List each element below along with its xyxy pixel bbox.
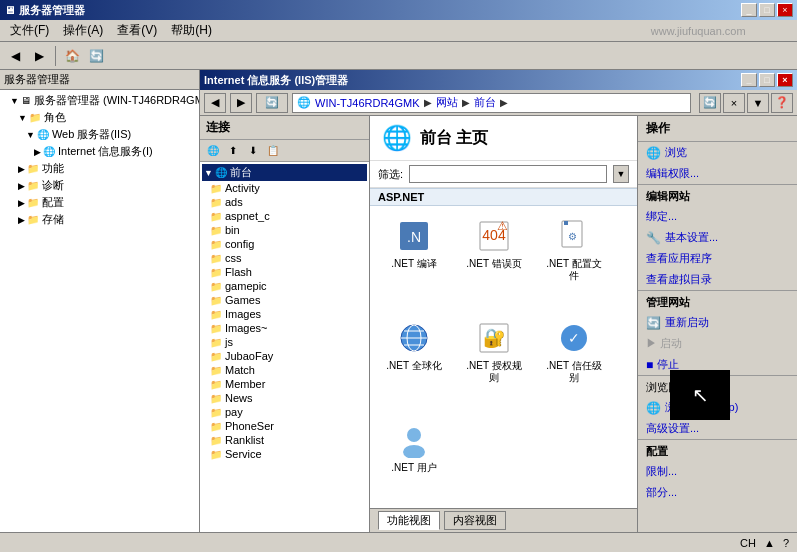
conn-tree-gamepic[interactable]: 📁 gamepic [202,279,367,293]
icon-net-auth[interactable]: 🔐 .NET 授权规则 [458,316,530,410]
action-section-link-label: 部分... [646,485,677,500]
iis-icon: 🌐 [43,146,55,157]
icon-net-compile[interactable]: .N .NET 编译 [378,214,450,308]
action-view-apps[interactable]: 查看应用程序 [638,248,797,269]
conn-tree-games[interactable]: 📁 Games [202,293,367,307]
conn-tree-ranklist[interactable]: 📁 Ranklist [202,433,367,447]
iis-controls[interactable]: _ □ × [741,73,793,87]
iis-close[interactable]: × [777,73,793,87]
action-browse[interactable]: 🌐 浏览 [638,142,797,163]
iis-title-text: Internet 信息服务 (IIS)管理器 [204,73,348,88]
forward-button[interactable]: ▶ [28,45,50,67]
tree-label-roles: 角色 [44,110,66,125]
conn-btn-2[interactable]: ⬆ [224,142,242,160]
addr-btn-3[interactable]: ▼ [747,93,769,113]
conn-tree-css[interactable]: 📁 css [202,251,367,265]
conn-tree-match[interactable]: 📁 Match [202,363,367,377]
breadcrumb-part3[interactable]: 前台 [474,95,496,110]
menu-help[interactable]: 帮助(H) [165,20,218,41]
iis-minimize[interactable]: _ [741,73,757,87]
tree-item-diagnostics[interactable]: ▶ 📁 诊断 [2,177,197,194]
minimize-button[interactable]: _ [741,3,757,17]
browse-80-icon: 🌐 [646,401,661,415]
addr-btn-1[interactable]: 🔄 [699,93,721,113]
folder-icon-aspnet: 📁 [210,211,222,222]
action-limits-label: 限制... [646,464,677,479]
icon-net-config[interactable]: ⚙ .NET 配置文件 [538,214,610,308]
addr-back-button[interactable]: ◀ [204,93,226,113]
conn-tree-activity[interactable]: 📁 Activity [202,181,367,195]
conn-btn-1[interactable]: 🌐 [204,142,222,160]
close-button[interactable]: × [777,3,793,17]
tree-item-features[interactable]: ▶ 📁 功能 [2,160,197,177]
feature-view-button[interactable]: 功能视图 [378,511,440,530]
action-restart[interactable]: 🔄 重新启动 [638,312,797,333]
action-advanced-settings[interactable]: 高级设置... [638,418,797,439]
conn-tree-ranklist-label: Ranklist [225,434,264,446]
tree-item-roles[interactable]: ▼ 📁 角色 [2,109,197,126]
filter-dropdown-btn[interactable]: ▼ [613,165,629,183]
action-bind[interactable]: 绑定... [638,206,797,227]
tree-item-config[interactable]: ▶ 📁 配置 [2,194,197,211]
action-edit-permissions[interactable]: 编辑权限... [638,163,797,184]
conn-tree-member[interactable]: 📁 Member [202,377,367,391]
conn-tree-service[interactable]: 📁 Service [202,447,367,461]
conn-tree-flash[interactable]: 📁 Flash [202,265,367,279]
addr-forward-button[interactable]: ▶ [230,93,252,113]
folder-icon-member: 📁 [210,379,222,390]
conn-btn-4[interactable]: 📋 [264,142,282,160]
action-section-link[interactable]: 部分... [638,482,797,503]
home-button[interactable]: 🏠 [61,45,83,67]
watermark: www.jiufuquan.com [651,25,746,37]
action-limits[interactable]: 限制... [638,461,797,482]
action-browse-80[interactable]: 🌐 浏览 *:80 (http) [638,397,797,418]
conn-tree-config[interactable]: 📁 config [202,237,367,251]
icon-net-trust[interactable]: ✓ .NET 信任级别 [538,316,610,410]
menu-action[interactable]: 操作(A) [57,20,109,41]
iis-maximize[interactable]: □ [759,73,775,87]
conn-tree-bin[interactable]: 📁 bin [202,223,367,237]
action-view-virtual[interactable]: 查看虚拟目录 [638,269,797,290]
conn-tree-js[interactable]: 📁 js [202,335,367,349]
menu-file[interactable]: 文件(F) [4,20,55,41]
maximize-button[interactable]: □ [759,3,775,17]
conn-tree-jubao[interactable]: 📁 JubaoFay [202,349,367,363]
icon-net-global[interactable]: .NET 全球化 [378,316,450,410]
expand-icon-config: ▶ [18,198,25,208]
addr-btn-4[interactable]: ❓ [771,93,793,113]
svg-text:🔐: 🔐 [483,327,506,349]
icon-net-user[interactable]: .NET 用户 [378,418,450,500]
conn-btn-3[interactable]: ⬇ [244,142,262,160]
action-stop[interactable]: ■ 停止 [638,354,797,375]
addr-btn-2[interactable]: × [723,93,745,113]
conn-tree-ads[interactable]: 📁 ads [202,195,367,209]
tree-item-iis[interactable]: ▶ 🌐 Internet 信息服务(I) [2,143,197,160]
menu-view[interactable]: 查看(V) [111,20,163,41]
content-view-button[interactable]: 内容视图 [444,511,506,530]
tree-item-storage[interactable]: ▶ 📁 存储 [2,211,197,228]
action-start: ▶ 启动 [638,333,797,354]
conn-tree-pay[interactable]: 📁 pay [202,405,367,419]
conn-tree-phone[interactable]: 📁 PhoneSer [202,419,367,433]
conn-tree-images2[interactable]: 📁 Images~ [202,321,367,335]
tree-item-server[interactable]: ▼ 🖥 服务器管理器 (WIN-TJ46RDR4GM) [2,92,197,109]
icon-net-errorpage[interactable]: 404 ⚠ .NET 错误页 [458,214,530,308]
breadcrumb-part2[interactable]: 网站 [436,95,458,110]
conn-tree-qiantai[interactable]: ▼ 🌐 前台 [202,164,367,181]
conn-tree-news[interactable]: 📁 News [202,391,367,405]
tree-item-webserver[interactable]: ▼ 🌐 Web 服务器(IIS) [2,126,197,143]
tree-label-diag: 诊断 [42,178,64,193]
breadcrumb-part1[interactable]: WIN-TJ46RDR4GMK [315,97,420,109]
action-section-editsite: 编辑网站 [638,184,797,206]
action-basic-settings[interactable]: 🔧 基本设置... [638,227,797,248]
conn-tree-member-label: Member [225,378,265,390]
title-bar-controls[interactable]: _ □ × [741,3,793,17]
addr-refresh-button[interactable]: 🔄 [256,93,288,113]
conn-tree-service-label: Service [225,448,262,460]
back-button[interactable]: ◀ [4,45,26,67]
conn-tree-images[interactable]: 📁 Images [202,307,367,321]
filter-input[interactable] [409,165,607,183]
refresh-button[interactable]: 🔄 [85,45,107,67]
action-browse-label: 浏览 [665,145,687,160]
conn-tree-aspnet[interactable]: 📁 aspnet_c [202,209,367,223]
